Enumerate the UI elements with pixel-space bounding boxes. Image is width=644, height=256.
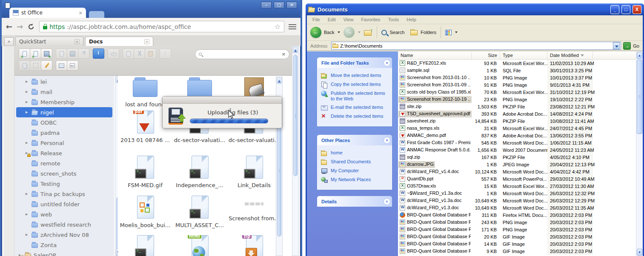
file-item[interactable]: Link_Details xyxy=(227,156,281,196)
task-panel-header[interactable]: Details xyxy=(317,196,392,207)
task-link[interactable]: Move the selected items xyxy=(321,73,389,79)
file-row[interactable]: savesheet.zip 14,854 KB PKZIP File 10/08… xyxy=(398,117,638,125)
forward-dropdown-icon[interactable] xyxy=(358,31,361,33)
minimize-button[interactable]: – xyxy=(261,2,272,9)
back-dropdown-icon[interactable] xyxy=(338,31,340,33)
toolbar-button[interactable] xyxy=(67,48,78,59)
list-scrollbar[interactable]: ▲ ▼ xyxy=(636,51,643,256)
tree-item[interactable]: ▶ Release xyxy=(16,148,112,158)
file-item[interactable] xyxy=(118,235,172,256)
file-row[interactable]: Screenshot from 2013-01-10 ... 10 KB PNG… xyxy=(398,74,638,81)
address-field[interactable]: Z:\home\Documents xyxy=(331,42,621,50)
scrollbar-thumb[interactable] xyxy=(293,55,298,176)
search-box[interactable]: × xyxy=(195,49,289,59)
back-button[interactable]: ← xyxy=(6,22,12,31)
menu-item[interactable]: Tools xyxy=(384,17,403,22)
scroll-up-icon[interactable]: ▲ xyxy=(637,52,642,59)
expander-icon[interactable]: ▶ xyxy=(26,192,30,196)
task-link[interactable]: E-mail the selected items xyxy=(321,105,389,111)
task-link[interactable]: My Network Places xyxy=(321,177,389,183)
forward-button[interactable]: → xyxy=(343,27,355,38)
file-row[interactable]: BRD-Quant Global Database P... 171 KB PN… xyxy=(398,226,638,233)
menu-item[interactable]: Help xyxy=(403,17,420,22)
minimize-button[interactable]: _ xyxy=(610,5,619,14)
task-panel-header[interactable]: Other Places xyxy=(317,135,392,145)
search-label[interactable]: Search xyxy=(389,30,404,35)
tree-item[interactable]: ▶ padma xyxy=(16,128,112,138)
chevron-down-icon[interactable] xyxy=(384,198,390,205)
scroll-up-icon[interactable]: ▲ xyxy=(293,47,298,53)
close-button[interactable]: ✕ xyxy=(286,2,297,9)
go-button[interactable]: → xyxy=(623,42,631,50)
back-label[interactable]: Back xyxy=(324,30,334,35)
scroll-up-icon[interactable]: ▲ xyxy=(277,77,282,84)
file-row[interactable]: ANMAC Response Draft 5.0.d... 1,656 KB W… xyxy=(398,146,638,154)
tree-item[interactable]: ▶ screen_shots xyxy=(16,168,112,179)
app-tab[interactable]: QuickStart × xyxy=(15,37,83,46)
views-icon[interactable] xyxy=(445,30,452,35)
column-header[interactable]: Date Modified xyxy=(547,51,593,59)
tree-item[interactable]: ▶ Zonta xyxy=(16,240,112,250)
expander-icon[interactable]: ▶ xyxy=(26,90,30,94)
tree-item[interactable]: ▶ Membership xyxy=(16,97,112,107)
tree-item[interactable]: ▶ zArchived Nov 08 xyxy=(16,230,112,240)
column-header[interactable]: Size xyxy=(472,51,500,59)
toolbar-button[interactable] xyxy=(19,60,30,71)
task-link[interactable]: Shared Documents xyxy=(321,159,389,165)
file-row[interactable]: dcWizard_FRD_v1.3a.doc 10,649 KB Microso… xyxy=(398,197,638,204)
task-link[interactable]: Copy the selected items xyxy=(321,82,389,88)
file-item[interactable]: Independence_... xyxy=(172,156,227,196)
file-row[interactable]: nasa_temps.xls 31 KB Microsoft Excel Wor… xyxy=(398,125,638,132)
tab-close-icon[interactable]: × xyxy=(74,39,80,44)
file-row[interactable]: ~$Wizard_FRD_v1.3a.doc 1 KB Microsoft Wo… xyxy=(398,190,638,197)
menu-item[interactable]: Edit xyxy=(324,17,340,22)
tab-overflow-button[interactable]: » xyxy=(4,37,14,46)
expander-icon[interactable]: ▶ xyxy=(26,100,30,104)
toolbar-button[interactable] xyxy=(123,48,134,59)
toolbar-button[interactable] xyxy=(41,48,52,59)
expander-icon[interactable]: ▶ xyxy=(26,213,30,216)
new-tab-button[interactable] xyxy=(89,11,104,18)
menu-item[interactable]: File xyxy=(309,17,324,22)
file-item[interactable]: Moelis_book_bui... xyxy=(118,196,172,235)
file-row[interactable]: R&D_FYE2012.xls 93 KB Microsoft Excel Wo… xyxy=(398,60,638,67)
scrollbar-thumb[interactable] xyxy=(637,60,642,134)
toolbar-button[interactable] xyxy=(67,60,78,71)
task-link[interactable]: Delete the selected items xyxy=(321,114,389,119)
file-item[interactable]: Screenshot from... xyxy=(227,196,281,235)
expander-icon[interactable]: ▶ xyxy=(26,80,30,83)
menu-item[interactable]: Favorites xyxy=(357,17,384,22)
expander-icon[interactable]: ▶ xyxy=(26,111,30,114)
url-bar[interactable]: https ://aspc.jobtrack.com.au/home/aspc_… xyxy=(39,21,284,32)
close-button[interactable]: X xyxy=(633,5,641,14)
file-row[interactable]: ANMAC_demo.pdf 837 KB Adobe Acrobat Doc.… xyxy=(398,132,638,139)
menu-item[interactable]: View xyxy=(340,17,358,22)
file-row[interactable]: dcWizard_FRD_v1.4.doc 10,124 KB Microsof… xyxy=(398,168,638,175)
tree-item[interactable]: ▶ westfield research xyxy=(16,219,112,230)
reload-button[interactable] xyxy=(27,23,35,31)
file-row[interactable]: First Grade Colts 1987 - Premi... 545 KB… xyxy=(398,139,638,146)
task-link[interactable]: My Computer xyxy=(321,168,389,174)
toolbar-button[interactable] xyxy=(19,48,30,59)
address-dropdown-icon[interactable] xyxy=(613,42,620,49)
tree-item[interactable]: ▶ lei xyxy=(16,77,112,87)
file-row[interactable]: QuantDb.ppt 557 KB Microsoft PowerPoi...… xyxy=(398,175,638,182)
tree-item[interactable]: ▶ Tina pc backups xyxy=(16,189,112,199)
tree-item[interactable]: ▶ untitled folder xyxy=(16,199,112,209)
toolbar-button[interactable] xyxy=(41,60,52,71)
toolbar-button[interactable] xyxy=(56,60,67,71)
bookmark-star-icon[interactable]: ☆ xyxy=(275,23,280,31)
folders-label[interactable]: Folders xyxy=(421,30,436,35)
up-folder-button[interactable] xyxy=(364,28,372,36)
tree-item[interactable]: ▶ mail xyxy=(16,87,112,97)
tree-item[interactable]: ▶ Testing xyxy=(16,179,112,189)
task-link[interactable]: Publish the selected items to the Web xyxy=(321,91,389,102)
file-row[interactable]: TSD_savesheet_approved.pdf 393 KB Adobe … xyxy=(398,110,638,117)
back-button[interactable]: ← xyxy=(310,27,321,38)
chevron-up-icon[interactable] xyxy=(384,137,390,144)
forward-button[interactable]: → xyxy=(17,22,23,31)
file-row[interactable]: scots old boys Class of 1985.xls 70 KB M… xyxy=(398,88,638,96)
search-clear-icon[interactable]: × xyxy=(282,51,286,57)
app-tab[interactable]: Docs × xyxy=(85,37,153,46)
file-row[interactable]: Screenshot from 2013-01-09 ... 91 KB PNG… xyxy=(398,81,638,88)
